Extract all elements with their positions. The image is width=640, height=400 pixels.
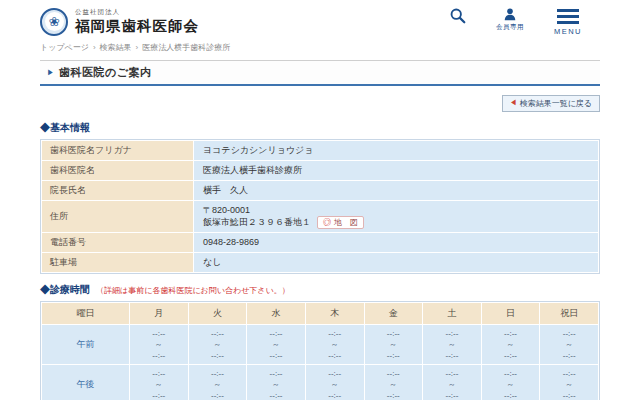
hours-cell: --:-- ～ --:-- — [481, 324, 540, 364]
table-row: 歯科医院名フリガナ ヨコテシカシンリョウジョ — [42, 140, 599, 160]
basic-info-heading: ◆基本情報 — [40, 121, 90, 135]
basic-info-section-head: ◆基本情報 — [40, 121, 600, 135]
member-area-label: 会員専用 — [496, 23, 524, 32]
row-label: 歯科医院名 — [42, 160, 194, 180]
member-area-button[interactable]: 会員専用 — [496, 7, 524, 32]
breadcrumb-separator-icon: › — [93, 43, 96, 52]
clinic-name-value: 医療法人横手歯科診療所 — [194, 160, 599, 180]
director-name-value: 横手 久人 — [194, 180, 599, 200]
hours-cell: --:-- ～ --:-- — [305, 364, 364, 400]
hours-heading: ◆診療時間 — [40, 283, 90, 297]
hours-cell: --:-- ～ --:-- — [423, 364, 482, 400]
hours-cell: --:-- ～ --:-- — [130, 364, 189, 400]
brand-home-link[interactable]: ❀ 公益社団法人 福岡県歯科医師会 — [40, 8, 199, 36]
back-button-row: ◀ 検索結果一覧に戻る — [40, 91, 600, 112]
table-row: 駐車場 なし — [42, 252, 599, 272]
header-nav: 会員専用 MENU — [449, 7, 582, 36]
morning-hours-row: 午前 --:-- ～ --:-- --:-- ～ --:-- --:-- ～ -… — [42, 324, 599, 364]
site-header: ❀ 公益社団法人 福岡県歯科医師会 会員専用 — [40, 0, 600, 36]
back-button-label: 検索結果一覧に戻る — [520, 98, 592, 109]
hours-cell: --:-- ～ --:-- — [188, 324, 247, 364]
breadcrumb-home[interactable]: トップページ — [40, 42, 89, 53]
hours-cell: --:-- ～ --:-- — [423, 324, 482, 364]
menu-label: MENU — [554, 27, 582, 36]
hours-cell: --:-- ～ --:-- — [247, 324, 306, 364]
flower-emblem-icon: ❀ — [49, 15, 60, 28]
breadcrumb-search-results[interactable]: 検索結果 — [100, 42, 132, 53]
row-label: 歯科医院名フリガナ — [42, 140, 194, 160]
column-header: 金 — [364, 302, 423, 324]
title-arrow-icon: ▶ — [47, 68, 54, 78]
hours-note: （詳細は事前に各歯科医院にお問い合わせ下さい。） — [96, 285, 290, 296]
org-name-title: 福岡県歯科医師会 — [75, 17, 199, 36]
row-label: 駐車場 — [42, 252, 194, 272]
map-button[interactable]: ◎ 地 図 — [317, 216, 364, 229]
phone-number-value: 0948-28-9869 — [194, 232, 599, 252]
basic-info-table: 歯科医院名フリガナ ヨコテシカシンリョウジョ 歯科医院名 医療法人横手歯科診療所… — [40, 139, 600, 274]
hours-cell: --:-- ～ --:-- — [364, 324, 423, 364]
row-label: 住所 — [42, 200, 194, 232]
hours-header-row: 曜日 月 火 水 木 金 土 日 祝日 — [42, 302, 599, 324]
org-logo-icon: ❀ — [40, 8, 68, 36]
street-address: 飯塚市鯰田２３９６番地１ — [203, 216, 311, 228]
table-row: 歯科医院名 医療法人横手歯科診療所 — [42, 160, 599, 180]
hours-cell: --:-- ～ --:-- — [305, 324, 364, 364]
row-label: 電話番号 — [42, 232, 194, 252]
postal-code: 〒820-0001 — [203, 204, 589, 216]
search-icon — [449, 7, 466, 24]
table-row: 住所 〒820-0001 飯塚市鯰田２３９６番地１ ◎ 地 図 — [42, 200, 599, 232]
back-arrow-icon: ◀ — [510, 98, 517, 108]
hours-section-head: ◆診療時間 （詳細は事前に各歯科医院にお問い合わせ下さい。） — [40, 283, 600, 297]
afternoon-hours-row: 午後 --:-- ～ --:-- --:-- ～ --:-- --:-- ～ -… — [42, 364, 599, 400]
column-header: 日 — [481, 302, 540, 324]
table-row: 電話番号 0948-28-9869 — [42, 232, 599, 252]
column-header: 月 — [130, 302, 189, 324]
hours-cell: --:-- ～ --:-- — [364, 364, 423, 400]
page-title-bar: ▶ 歯科医院のご案内 — [40, 60, 600, 86]
menu-button[interactable]: MENU — [554, 7, 582, 36]
clinic-furigana-value: ヨコテシカシンリョウジョ — [194, 140, 599, 160]
hours-cell: --:-- ～ --:-- — [247, 364, 306, 400]
page-title: 歯科医院のご案内 — [59, 65, 152, 80]
page-container: ❀ 公益社団法人 福岡県歯科医師会 会員専用 — [40, 0, 600, 400]
column-header: 曜日 — [42, 302, 130, 324]
column-header: 火 — [188, 302, 247, 324]
back-to-results-button[interactable]: ◀ 検索結果一覧に戻る — [502, 95, 600, 112]
column-header: 水 — [247, 302, 306, 324]
hours-cell: --:-- ～ --:-- — [540, 364, 599, 400]
hours-cell: --:-- ～ --:-- — [540, 324, 599, 364]
column-header: 木 — [305, 302, 364, 324]
table-row: 院長氏名 横手 久人 — [42, 180, 599, 200]
org-type-label: 公益社団法人 — [75, 8, 199, 17]
row-label-morning: 午前 — [42, 324, 130, 364]
breadcrumb-separator-icon: › — [136, 43, 139, 52]
parking-value: なし — [194, 252, 599, 272]
column-header: 土 — [423, 302, 482, 324]
address-value: 〒820-0001 飯塚市鯰田２３９６番地１ ◎ 地 図 — [194, 200, 599, 232]
hours-cell: --:-- ～ --:-- — [481, 364, 540, 400]
map-button-label: 地 図 — [334, 217, 358, 228]
brand-text: 公益社団法人 福岡県歯科医師会 — [75, 8, 199, 36]
row-label: 院長氏名 — [42, 180, 194, 200]
hamburger-menu-icon — [557, 7, 579, 24]
hours-table: 曜日 月 火 水 木 金 土 日 祝日 午前 --:-- ～ --:-- --:… — [40, 301, 600, 400]
breadcrumb: トップページ › 検索結果 › 医療法人横手歯科診療所 — [40, 42, 600, 53]
row-label-afternoon: 午後 — [42, 364, 130, 400]
hours-cell: --:-- ～ --:-- — [188, 364, 247, 400]
column-header: 祝日 — [540, 302, 599, 324]
breadcrumb-current-page: 医療法人横手歯科診療所 — [142, 42, 230, 53]
search-button[interactable] — [449, 7, 466, 24]
member-person-icon — [503, 7, 517, 21]
map-target-icon: ◎ — [323, 217, 331, 228]
hours-cell: --:-- ～ --:-- — [130, 324, 189, 364]
